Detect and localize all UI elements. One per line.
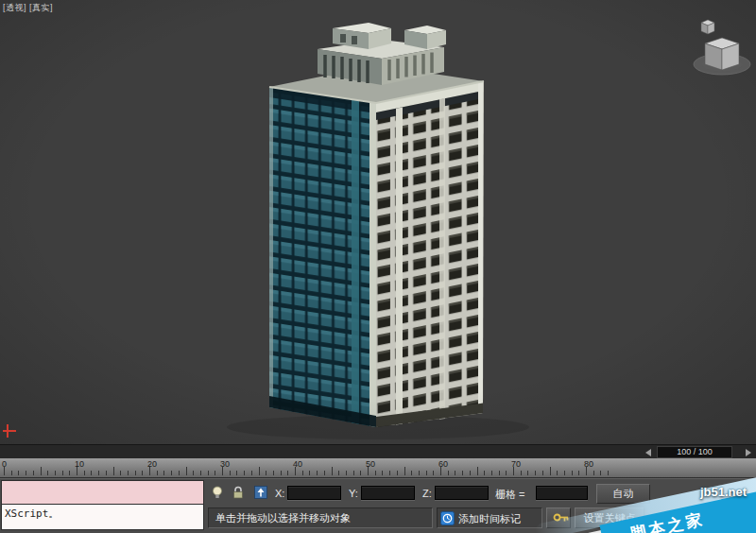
viewcube-cube[interactable]	[705, 38, 739, 70]
timeline-tick	[179, 471, 180, 475]
z-coord-field[interactable]	[435, 486, 489, 500]
timeline-tick	[360, 471, 361, 475]
transform-mode-icon[interactable]	[253, 485, 268, 500]
timeline-tick	[26, 471, 26, 475]
timeline-tick	[506, 471, 507, 475]
timeline-tick	[309, 471, 310, 475]
listener-pane[interactable]: XScript。	[1, 504, 204, 530]
timeline-tick	[332, 467, 333, 475]
status-prompt: 单击并拖动以选择并移动对象	[208, 507, 433, 528]
timeline-tick	[266, 471, 266, 475]
timeline-tick	[375, 471, 376, 475]
z-coord-label: Z:	[422, 488, 432, 499]
viewport-vignette	[0, 0, 756, 444]
timeline-tick	[251, 471, 252, 475]
timeline-tick	[62, 471, 63, 475]
timeline-tick	[411, 471, 412, 475]
status-bar: XScript。 X: Y: Z: 栅格 = 自动 单击并拖动以选择并移动对象	[0, 478, 756, 533]
set-keys-button[interactable]	[546, 507, 571, 528]
add-time-tag-label: 添加时间标记	[458, 512, 521, 526]
next-frame-icon[interactable]	[746, 449, 751, 456]
prev-frame-icon[interactable]	[645, 449, 651, 456]
timeline-tick	[128, 471, 129, 475]
x-coord-field[interactable]	[287, 486, 341, 500]
timeline-tick	[419, 471, 420, 475]
timeline-tick	[578, 471, 579, 475]
timeline-tick	[157, 471, 158, 475]
lock-icon[interactable]	[231, 485, 246, 500]
viewcube-home-icon[interactable]	[701, 20, 714, 34]
timeline-tick	[259, 467, 260, 475]
timeline-tick	[491, 471, 492, 475]
set-key-button[interactable]: 设置关键点	[575, 507, 644, 528]
timeline-tick	[470, 471, 471, 475]
timeline-tick	[41, 467, 42, 475]
timeline-tick	[572, 471, 573, 475]
timeline-tick	[281, 471, 282, 475]
timeline-tick	[397, 471, 398, 475]
timeline-tick	[47, 471, 48, 475]
timeline-tick	[448, 471, 449, 475]
y-coord-label: Y:	[349, 488, 358, 499]
maxscript-mini-listener[interactable]: XScript。	[1, 480, 204, 531]
world-axis-gizmo	[0, 418, 25, 440]
viewcube[interactable]	[688, 13, 756, 87]
3dsmax-window: [透视] [真实]	[0, 0, 756, 533]
grid-value-field[interactable]	[536, 486, 588, 500]
timeline-tick	[404, 467, 405, 475]
timeline-tick	[171, 471, 172, 475]
timeline-tick	[215, 471, 215, 475]
timeline-tick	[346, 471, 347, 475]
timeline-tick	[98, 471, 99, 475]
timeline-tick	[193, 471, 194, 475]
timeline-frame-number: 70	[511, 459, 521, 469]
bulb-icon[interactable]	[210, 485, 225, 500]
timeline-tick	[353, 471, 354, 475]
building-model[interactable]	[0, 0, 756, 444]
timeline-tick	[477, 467, 478, 475]
timeline-tick	[106, 471, 107, 475]
timeline-tick	[338, 471, 339, 475]
timeline-ruler[interactable]: 01020304050607080	[0, 458, 756, 478]
timeline-tick	[287, 471, 288, 475]
timeline-tick	[382, 471, 383, 475]
timeline-tick	[84, 471, 85, 475]
time-tag-icon	[440, 511, 455, 525]
add-time-tag[interactable]: 添加时间标记	[437, 507, 542, 528]
timeline-frame-number: 40	[293, 459, 302, 469]
timeline-frame-number: 10	[75, 459, 84, 469]
timeline-tick	[142, 471, 143, 475]
perspective-viewport[interactable]: [透视] [真实]	[0, 0, 756, 444]
timeline-tick	[389, 471, 390, 475]
macro-recorder-pane[interactable]	[1, 480, 204, 504]
timeline-tick	[462, 471, 463, 475]
timeline-tick	[484, 471, 485, 475]
timeline-tick	[593, 471, 594, 475]
timeline-tick	[302, 471, 303, 475]
timeline-tick	[600, 471, 601, 475]
timeline-tick	[200, 471, 201, 475]
timeline-tick	[564, 471, 565, 475]
frame-bar: 100 / 100	[0, 444, 756, 458]
timeline-tick	[55, 471, 56, 475]
x-coord-label: X:	[275, 488, 284, 499]
timeline-tick	[542, 471, 543, 475]
auto-key-button[interactable]: 自动	[596, 484, 650, 504]
timeline-tick	[135, 471, 136, 475]
timeline-tick	[455, 471, 455, 475]
timeline-tick	[499, 471, 500, 475]
timeline-frame-number: 60	[438, 459, 448, 469]
timeline-tick	[527, 471, 528, 475]
timeline-tick	[244, 471, 245, 475]
timeline-tick	[33, 471, 34, 475]
timeline-tick	[186, 467, 187, 475]
timeline-frame-number: 20	[147, 459, 157, 469]
timeline-tick	[535, 471, 536, 475]
viewport-label[interactable]: [透视] [真实]	[3, 2, 53, 14]
timeline-frame-number: 50	[366, 459, 375, 469]
timeline-tick	[120, 471, 121, 475]
timeline-tick	[550, 467, 551, 475]
timeline-tick	[208, 471, 209, 475]
y-coord-field[interactable]	[361, 486, 415, 500]
timeline-frame-number: 30	[220, 459, 230, 469]
